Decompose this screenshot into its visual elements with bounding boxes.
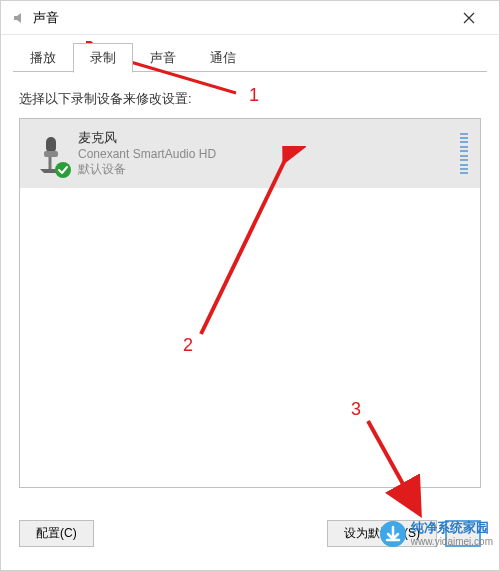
titlebar: 声音 bbox=[1, 1, 499, 35]
close-button[interactable] bbox=[449, 3, 489, 33]
device-name: 麦克风 bbox=[78, 129, 460, 147]
sound-dialog: 声音 播放 录制 声音 通信 选择以下录制设备来修改设置: bbox=[0, 0, 500, 571]
svg-point-2 bbox=[55, 162, 71, 178]
tab-recording[interactable]: 录制 bbox=[73, 43, 133, 73]
properties-button[interactable] bbox=[445, 520, 481, 547]
svg-rect-1 bbox=[44, 151, 58, 157]
tab-communications[interactable]: 通信 bbox=[193, 43, 253, 72]
device-driver: Conexant SmartAudio HD bbox=[78, 147, 460, 161]
set-default-button[interactable]: 设为默认值(S) bbox=[327, 520, 437, 547]
tab-bar: 播放 录制 声音 通信 bbox=[1, 35, 499, 72]
check-badge-icon bbox=[54, 161, 72, 179]
svg-rect-0 bbox=[46, 137, 56, 153]
configure-button[interactable]: 配置(C) bbox=[19, 520, 94, 547]
device-status: 默认设备 bbox=[78, 161, 460, 178]
tab-sounds[interactable]: 声音 bbox=[133, 43, 193, 72]
tab-playback[interactable]: 播放 bbox=[13, 43, 73, 72]
window-title: 声音 bbox=[33, 9, 449, 27]
device-item-microphone[interactable]: 麦克风 Conexant SmartAudio HD 默认设备 bbox=[20, 119, 480, 188]
device-listbox[interactable]: 麦克风 Conexant SmartAudio HD 默认设备 bbox=[19, 118, 481, 488]
content-area: 选择以下录制设备来修改设置: 麦克风 bbox=[1, 72, 499, 506]
bottom-buttons: 配置(C) 设为默认值(S) bbox=[1, 506, 499, 547]
device-labels: 麦克风 Conexant SmartAudio HD 默认设备 bbox=[78, 129, 460, 178]
microphone-icon bbox=[32, 133, 68, 175]
volume-level-meter bbox=[460, 133, 468, 175]
instruction-text: 选择以下录制设备来修改设置: bbox=[19, 90, 481, 108]
sound-icon bbox=[11, 10, 27, 26]
